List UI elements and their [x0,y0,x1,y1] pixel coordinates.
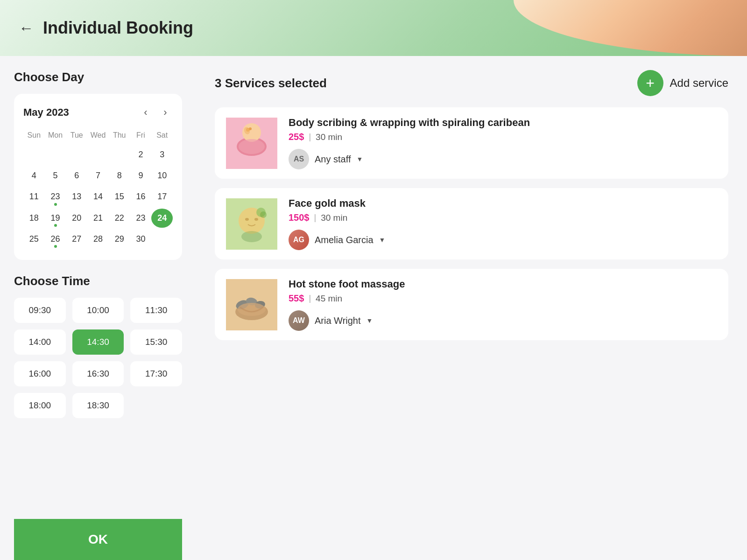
calendar-dow: Sun Mon Tue Wed Thu Fri Sat [23,129,173,141]
time-slot-1600[interactable]: 16:00 [14,361,66,386]
page-title: Individual Booking [43,18,193,38]
cal-day-24[interactable]: 24 [151,209,173,228]
staff-avatar-face: AG [289,230,309,250]
cal-day-5[interactable]: 5 [45,166,66,185]
dow-sun: Sun [23,129,45,141]
staff-name-face: Amelia Garcia [315,235,374,245]
staff-initials-body: AS [294,155,304,163]
cal-day-9[interactable]: 9 [130,166,152,185]
service-image-face [226,198,277,250]
service-meta-body: 25$ | 30 min [289,132,717,142]
cal-day-27[interactable]: 27 [66,230,87,249]
ok-button[interactable]: OK [14,519,182,560]
cal-day-empty [109,145,130,164]
cal-day-21[interactable]: 21 [87,209,109,228]
cal-day-17[interactable]: 17 [151,187,173,206]
cal-day-22[interactable]: 22 [109,209,130,228]
time-slot-1530[interactable]: 15:30 [130,329,182,355]
calendar-grid: Sun Mon Tue Wed Thu Fri Sat 2 3 [23,129,173,249]
cal-day-15[interactable]: 15 [109,187,130,206]
cal-day-6[interactable]: 6 [66,166,87,185]
service-price-foot: 55$ [289,293,304,304]
cal-day-23b[interactable]: 23 [45,187,66,206]
cal-day-26[interactable]: 26 [45,230,66,249]
prev-month-button[interactable]: ‹ [138,105,153,120]
cal-day-empty [87,145,109,164]
svg-point-20 [238,303,266,316]
time-slot-1000[interactable]: 10:00 [72,298,124,323]
svg-point-6 [239,139,265,154]
choose-day-title: Choose Day [14,70,182,84]
staff-selector-face[interactable]: AG Amelia Garcia ▼ [289,230,717,250]
cal-day-19[interactable]: 19 [45,209,66,228]
calendar-days: 2 3 4 5 6 7 8 9 10 11 23 13 14 15 16 [23,145,173,249]
dow-sat: Sat [151,129,173,141]
add-service-icon: + [637,70,663,96]
calendar-nav: ‹ › [138,105,173,120]
cal-day-23[interactable]: 23 [130,209,152,228]
staff-dropdown-arrow-face: ▼ [379,236,386,244]
cal-day-7[interactable]: 7 [87,166,109,185]
staff-name-body: Any staff [315,154,351,165]
back-button[interactable]: ← [19,20,34,37]
cal-day-25[interactable]: 25 [23,230,45,249]
choose-time-section: Choose Time 09:30 10:00 11:30 14:00 14:3… [14,274,182,418]
service-image-foot [226,279,277,330]
dow-thu: Thu [109,129,130,141]
dow-wed: Wed [87,129,109,141]
cal-day-8[interactable]: 8 [109,166,130,185]
left-panel: Choose Day May 2023 ‹ › Sun Mon Tue Wed … [0,56,196,560]
service-name-foot: Hot stone foot massage [289,278,717,290]
header-banner: ← Individual Booking [0,0,747,56]
cal-day-28[interactable]: 28 [87,230,109,249]
time-slot-1130[interactable]: 11:30 [130,298,182,323]
staff-avatar-foot: AW [289,310,309,331]
cal-day-2[interactable]: 2 [130,145,152,164]
service-card-body: Body scribing & wrapping with spiraling … [215,107,728,179]
choose-time-title: Choose Time [14,274,182,288]
cal-day-empty [66,145,87,164]
service-price-face: 150$ [289,212,310,223]
time-slot-1800[interactable]: 18:00 [14,393,66,418]
staff-selector-foot[interactable]: AW Aria Wright ▼ [289,310,717,331]
service-meta-face: 150$ | 30 min [289,212,717,223]
cal-day-11[interactable]: 11 [23,187,45,206]
time-slot-1400[interactable]: 14:00 [14,329,66,355]
time-slot-1830[interactable]: 18:30 [72,393,124,418]
service-duration-face: 30 min [321,213,347,223]
service-card-foot: Hot stone foot massage 55$ | 45 min AW A… [215,269,728,340]
cal-day-4[interactable]: 4 [23,166,45,185]
time-slot-1730[interactable]: 17:30 [130,361,182,386]
time-slot-1630[interactable]: 16:30 [72,361,124,386]
svg-point-5 [249,127,252,130]
service-duration-foot: 45 min [316,294,342,304]
service-meta-foot: 55$ | 45 min [289,293,717,304]
cal-day-29[interactable]: 29 [109,230,130,249]
add-service-button[interactable]: + Add service [637,70,728,96]
staff-selector-body[interactable]: AS Any staff ▼ [289,149,717,169]
staff-avatar-body: AS [289,149,309,169]
cal-day-30[interactable]: 30 [130,230,152,249]
service-info-foot: Hot stone foot massage 55$ | 45 min AW A… [289,278,717,331]
cal-day-3[interactable]: 3 [151,145,173,164]
cal-day-10[interactable]: 10 [151,166,173,185]
next-month-button[interactable]: › [158,105,173,120]
dow-tue: Tue [66,129,87,141]
sep3: | [309,294,311,303]
cal-day-20[interactable]: 20 [66,209,87,228]
staff-dropdown-arrow-foot: ▼ [366,317,373,324]
calendar-card: May 2023 ‹ › Sun Mon Tue Wed Thu Fri Sat [14,94,182,260]
cal-day-18[interactable]: 18 [23,209,45,228]
staff-dropdown-arrow-body: ▼ [356,155,363,163]
services-header: 3 Services selected + Add service [215,70,728,96]
time-slot-0930[interactable]: 09:30 [14,298,66,323]
service-card-face: Face gold mask 150$ | 30 min AG Amelia G… [215,188,728,259]
service-info-body: Body scribing & wrapping with spiraling … [289,117,717,169]
cal-day-13[interactable]: 13 [66,187,87,206]
right-panel: 3 Services selected + Add service [196,56,747,560]
time-slot-1430[interactable]: 14:30 [72,329,124,355]
cal-day-14[interactable]: 14 [87,187,109,206]
cal-day-16[interactable]: 16 [130,187,152,206]
calendar-month: May 2023 [23,106,69,119]
service-duration-body: 30 min [316,132,342,142]
